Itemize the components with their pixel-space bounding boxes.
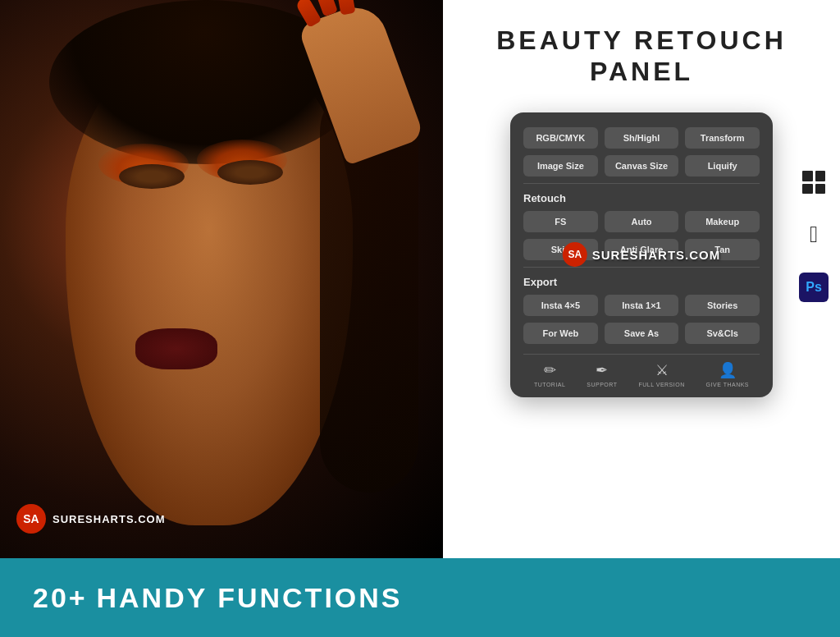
sword-icon: ⚔ [655,361,669,379]
export-label: Export [523,276,760,288]
os-icons:  Ps [796,164,832,305]
btn-rgb-cmyk[interactable]: RGB/CMYK [523,127,598,149]
ps-icon-item: Ps [796,269,832,305]
ps-icon: Ps [799,273,829,302]
panel-card: RGB/CMYK Sh/Highl Transform Image Size C… [510,112,773,397]
pen-icon: ✒ [596,361,608,379]
divider-1 [523,183,760,184]
person-icon: 👤 [719,361,737,379]
btn-for-web[interactable]: For Web [523,323,598,344]
btn-transform[interactable]: Transform [685,127,760,149]
bottom-icon-full-version[interactable]: ⚔ FULL VERSION [638,361,684,387]
watermark-text: SURESHARTS.COM [52,513,166,525]
btn-stories[interactable]: Stories [685,295,760,316]
watermark-logo: SA [16,504,46,534]
apple-icon:  [810,222,818,248]
btn-image-size[interactable]: Image Size [523,155,598,176]
support-label: SUPPORT [587,382,617,387]
export-row-1: Insta 4×5 Insta 1×1 Stories [523,295,760,316]
app-title: BEAUTY RETOUCH PANEL [496,25,787,88]
bottom-strip-text: 20+ HANDY FUNCTIONS [33,582,403,614]
full-version-label: FULL VERSION [638,382,684,387]
divider-2 [523,267,760,268]
export-row-2: For Web Save As Sv&Cls [523,323,760,344]
btn-insta-1x1[interactable]: Insta 1×1 [605,295,679,316]
windows-icon-item [796,164,832,200]
btn-makeup[interactable]: Makeup [685,211,760,232]
watermark: SA SURESHARTS.COM [16,504,166,534]
tutorial-label: TUTORIAL [534,382,566,387]
retouch-label: Retouch [523,192,760,204]
btn-liquify[interactable]: Liquify [685,155,760,176]
bottom-icon-support[interactable]: ✒ SUPPORT [587,361,617,387]
panel-wrapper: RGB/CMYK Sh/Highl Transform Image Size C… [510,112,773,397]
bottom-bar: ✏ TUTORIAL ✒ SUPPORT ⚔ FULL VERSION 👤 GI… [523,354,760,387]
bottom-icon-tutorial[interactable]: ✏ TUTORIAL [534,361,566,387]
windows-icon [802,171,825,194]
btn-anti-glare[interactable]: Anti Glare [605,239,679,260]
btn-insta-4x5[interactable]: Insta 4×5 [523,295,598,316]
btn-tan[interactable]: Tan [685,239,760,260]
pencil-icon: ✏ [544,361,556,379]
top-row-1: RGB/CMYK Sh/Highl Transform [523,127,760,149]
btn-canvas-size[interactable]: Canvas Size [605,155,679,176]
photo-area: SA SURESHARTS.COM [0,0,443,558]
info-area: BEAUTY RETOUCH PANEL RGB/CMYK Sh/Highl T… [443,0,840,558]
bottom-strip: 20+ HANDY FUNCTIONS [0,558,840,637]
btn-sh-highl[interactable]: Sh/Highl [605,127,679,149]
apple-icon-item:  [796,217,832,253]
top-row-2: Image Size Canvas Size Liquify [523,155,760,176]
btn-auto[interactable]: Auto [605,211,679,232]
give-thanks-label: GIVE THANKS [706,382,749,387]
btn-sv-cls[interactable]: Sv&Cls [685,323,760,344]
retouch-row-2: Skin Anti Glare Tan [523,239,760,260]
retouch-row-1: FS Auto Makeup [523,211,760,232]
btn-save-as[interactable]: Save As [605,323,679,344]
btn-skin[interactable]: Skin [523,239,598,260]
bottom-icon-give-thanks[interactable]: 👤 GIVE THANKS [706,361,749,387]
btn-fs[interactable]: FS [523,211,598,232]
